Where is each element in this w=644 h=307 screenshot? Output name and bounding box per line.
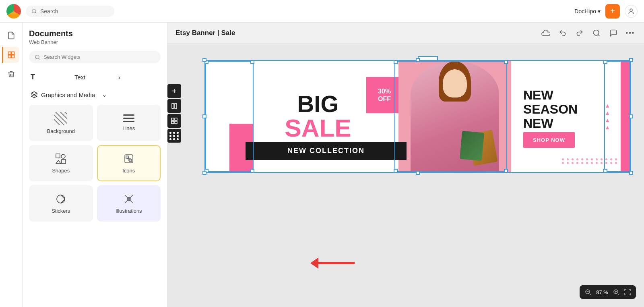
zoom-percent: 87 % bbox=[595, 289, 609, 295]
add-tool-btn[interactable]: + bbox=[167, 84, 181, 98]
banner-wrapper[interactable]: BIG SALE 30% OFF NEW COLLECTION bbox=[204, 60, 631, 173]
icon-bar-documents[interactable] bbox=[2, 47, 19, 63]
svg-rect-24 bbox=[171, 118, 174, 120]
save-cloud-icon[interactable] bbox=[540, 27, 551, 39]
zoom-out-btn[interactable] bbox=[584, 288, 592, 297]
new-collection-bar: NEW COLLECTION bbox=[246, 142, 407, 160]
canvas-area: Etsy Banner | Sale ••• bbox=[167, 23, 644, 307]
global-search-box[interactable] bbox=[26, 6, 114, 17]
handle-mid-left[interactable] bbox=[202, 114, 206, 118]
zoom-in-btn[interactable] bbox=[612, 288, 621, 297]
icon-bar-trash[interactable] bbox=[3, 66, 19, 82]
sidebar-title: Documents bbox=[29, 29, 161, 38]
handle-top-mid[interactable] bbox=[416, 58, 420, 62]
svg-rect-25 bbox=[175, 118, 177, 120]
resize-tool-btn[interactable] bbox=[167, 99, 181, 113]
left-floating-tools: + bbox=[167, 84, 181, 143]
arrow-annotation bbox=[310, 257, 355, 269]
canvas-workspace[interactable]: + bbox=[167, 44, 644, 305]
sale-text: SALE bbox=[285, 116, 351, 141]
widget-grid: Background Lines bbox=[29, 105, 161, 222]
handle-mid-right[interactable] bbox=[629, 114, 633, 118]
illustrations-label: Illustrations bbox=[116, 208, 142, 214]
nav-right: DocHipo ▾ + bbox=[574, 4, 638, 19]
canvas-title: Etsy Banner | Sale bbox=[175, 29, 535, 37]
svg-line-34 bbox=[618, 294, 619, 295]
fullscreen-btn[interactable] bbox=[623, 288, 632, 297]
main-layout: Documents Web Banner T Text › Graphics a… bbox=[0, 23, 644, 307]
icons-icon bbox=[123, 153, 134, 164]
banner[interactable]: BIG SALE 30% OFF NEW COLLECTION bbox=[204, 60, 631, 173]
svg-rect-5 bbox=[8, 55, 11, 58]
svg-rect-26 bbox=[171, 121, 174, 124]
top-nav: DocHipo ▾ + bbox=[0, 0, 644, 23]
user-icon[interactable] bbox=[625, 5, 638, 18]
svg-point-2 bbox=[630, 9, 632, 11]
add-button[interactable]: + bbox=[605, 4, 620, 19]
background-label: Background bbox=[47, 128, 75, 134]
handle-bot-left[interactable] bbox=[202, 171, 206, 175]
lines-icon bbox=[123, 114, 134, 122]
svg-rect-14 bbox=[126, 156, 128, 158]
text-section-header[interactable]: T Text › bbox=[29, 70, 161, 85]
search-widgets-input[interactable] bbox=[43, 54, 155, 60]
graphics-section: Graphics and Media ⌄ Background Lines bbox=[29, 88, 161, 222]
widget-background[interactable]: Background bbox=[29, 105, 93, 141]
svg-point-7 bbox=[35, 55, 39, 58]
svg-rect-15 bbox=[129, 159, 132, 162]
text-icon: T bbox=[31, 73, 71, 81]
icon-bar bbox=[0, 23, 23, 307]
brand-label[interactable]: DocHipo ▾ bbox=[574, 8, 601, 15]
model-figure bbox=[411, 61, 499, 172]
svg-rect-3 bbox=[8, 52, 11, 55]
undo-icon[interactable] bbox=[557, 27, 568, 39]
handle-bot-right[interactable] bbox=[629, 171, 633, 175]
svg-line-1 bbox=[35, 12, 37, 13]
canvas-header: Etsy Banner | Sale ••• bbox=[167, 23, 644, 44]
svg-line-8 bbox=[39, 58, 40, 59]
stickers-label: Stickers bbox=[52, 208, 70, 214]
graphics-section-label: Graphics and Media bbox=[41, 91, 99, 98]
icons-label: Icons bbox=[122, 168, 135, 174]
svg-point-0 bbox=[32, 9, 36, 12]
handle-top-left[interactable] bbox=[202, 58, 206, 62]
comment-icon[interactable] bbox=[608, 27, 619, 39]
text-section-arrow: › bbox=[118, 74, 159, 81]
widget-stickers[interactable]: Stickers bbox=[29, 185, 93, 222]
background-icon bbox=[54, 112, 67, 125]
widget-icons[interactable]: Icons bbox=[97, 145, 161, 181]
sidebar: Documents Web Banner T Text › Graphics a… bbox=[23, 23, 167, 307]
sidebar-subtitle: Web Banner bbox=[29, 39, 161, 45]
icon-bar-new-doc[interactable] bbox=[3, 27, 19, 44]
svg-rect-22 bbox=[172, 104, 174, 108]
more-options-icon[interactable]: ••• bbox=[625, 27, 636, 39]
grid-tool-btn[interactable] bbox=[167, 114, 181, 128]
zoom-search-icon[interactable] bbox=[591, 27, 602, 39]
widget-illustrations[interactable]: Illustrations bbox=[97, 185, 161, 222]
widget-lines[interactable]: Lines bbox=[97, 105, 161, 141]
svg-rect-27 bbox=[175, 121, 177, 124]
text-section-label: Text bbox=[74, 74, 115, 81]
svg-marker-11 bbox=[56, 160, 61, 164]
svg-point-10 bbox=[61, 154, 65, 158]
shapes-label: Shapes bbox=[52, 168, 70, 174]
graphics-section-arrow: ⌄ bbox=[102, 91, 159, 98]
logo-icon[interactable] bbox=[6, 4, 21, 19]
widget-shapes[interactable]: Shapes bbox=[29, 145, 93, 181]
tree-decoration: ▲ ▲ ▲ ▲ bbox=[605, 102, 610, 131]
handle-bot-mid[interactable] bbox=[416, 171, 420, 175]
banner-middle-section bbox=[398, 61, 511, 172]
text-section: T Text › bbox=[29, 70, 161, 85]
big-text: BIG bbox=[285, 92, 351, 116]
stickers-icon bbox=[55, 193, 66, 205]
banner-main-text: BIG SALE bbox=[285, 92, 351, 141]
handle-top-right[interactable] bbox=[629, 58, 633, 62]
redo-icon[interactable] bbox=[574, 27, 585, 39]
dots-tool-btn[interactable] bbox=[167, 129, 181, 143]
shop-now-button[interactable]: SHOP NOW bbox=[523, 132, 575, 148]
graphics-section-header[interactable]: Graphics and Media ⌄ bbox=[29, 88, 161, 102]
search-widgets-icon bbox=[35, 54, 40, 60]
svg-point-20 bbox=[594, 30, 599, 35]
search-widgets-box[interactable] bbox=[29, 51, 161, 63]
global-search-input[interactable] bbox=[40, 8, 105, 15]
